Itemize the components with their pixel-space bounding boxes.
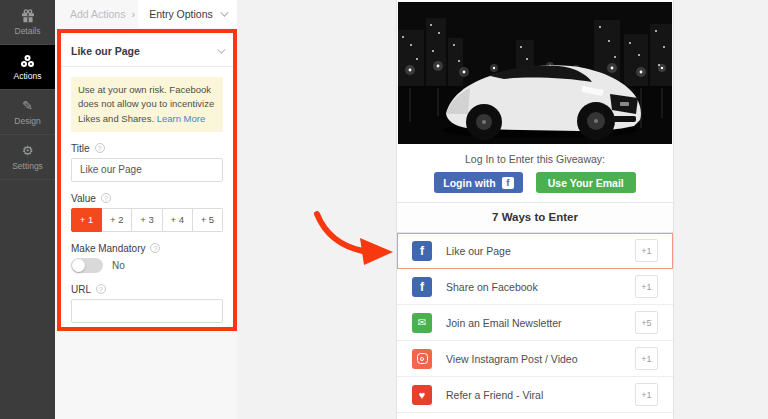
entry-row-instagram[interactable]: View Instagram Post / Video +1 [397,341,673,377]
sidebar-item-actions[interactable]: Actions [0,45,55,90]
mandatory-toggle[interactable] [71,258,103,273]
entry-label: Join an Email Newsletter [446,317,635,329]
sidebar-item-label: Details [15,26,41,36]
title-field-label: Title ? [71,143,223,154]
value-button-4[interactable]: + 4 [163,208,193,232]
breadcrumb-chevron-icon: › [131,8,135,20]
learn-more-link[interactable]: Learn More [157,113,206,124]
sidebar: Details Actions ✎ Design ⚙ Settings [0,0,55,419]
envelope-icon: ✉ [412,313,432,333]
title-label-text: Title [71,143,90,154]
sidebar-item-design[interactable]: ✎ Design [0,90,55,135]
login-with-label: Login with [443,177,496,189]
value-field-label: Value ? [71,193,223,204]
entry-options-label: Entry Options [149,8,213,20]
help-icon[interactable]: ? [150,243,160,253]
toggle-knob [72,259,85,272]
sidebar-item-label: Actions [14,71,42,81]
entry-row-refer-friend[interactable]: ♥ Refer a Friend - Viral +1 [397,377,673,413]
use-your-email-button[interactable]: Use Your Email [536,172,636,193]
facebook-warning-notice: Use at your own risk. Facebook does not … [71,77,223,132]
entry-value-badge: +5 [635,311,658,334]
entry-options-dropdown[interactable]: Entry Options [138,0,237,28]
login-with-facebook-button[interactable]: Login with f [434,172,523,193]
entry-value-badge: +1 [635,383,658,406]
chevron-down-icon [217,45,225,53]
mandatory-label-text: Make Mandatory [71,243,145,254]
entry-label: Share on Facebook [446,281,635,293]
actions-cluster-icon [20,54,35,68]
facebook-icon: f [412,277,432,297]
entry-value-badge: +1 [635,275,658,298]
help-icon[interactable]: ? [101,193,111,203]
divider [61,66,233,67]
entry-label: Like our Page [446,245,635,257]
value-button-group: + 1 + 2 + 3 + 4 + 5 [71,208,223,232]
entry-label: View Instagram Post / Video [446,353,635,365]
mandatory-field-label: Make Mandatory ? [71,243,223,254]
gear-icon: ⚙ [22,144,34,158]
url-label-text: URL [71,284,91,295]
accordion-title: Like our Page [71,45,140,57]
breadcrumb-label: Add Actions [70,8,125,20]
entry-value-badge: +1 [635,239,658,262]
entry-row-share-facebook[interactable]: f Share on Facebook +1 [397,269,673,305]
facebook-icon: f [502,177,514,189]
sidebar-item-label: Design [14,116,40,126]
entry-label: Refer a Friend - Viral [446,389,635,401]
url-field-label: URL ? [71,284,223,295]
giveaway-hero-image [398,2,672,144]
design-tools-icon: ✎ [22,99,33,113]
accordion-header[interactable]: Like our Page [61,33,233,66]
instagram-icon [412,349,432,369]
giveaway-preview-card: Log In to Enter this Giveaway: Login wit… [397,0,673,419]
toggle-state-label: No [112,260,125,271]
entry-row-email-newsletter[interactable]: ✉ Join an Email Newsletter +5 [397,305,673,341]
breadcrumb[interactable]: Add Actions › [70,0,135,28]
login-button-row: Login with f Use Your Email [397,172,673,193]
chevron-down-icon [220,8,228,16]
value-label-text: Value [71,193,96,204]
value-button-5[interactable]: + 5 [193,208,223,232]
annotation-arrow-icon [299,202,404,266]
sidebar-item-label: Settings [12,161,43,171]
mandatory-toggle-row: No [71,258,223,273]
value-button-3[interactable]: + 3 [132,208,162,232]
action-editor-panel: Like our Page Use at your own risk. Face… [57,29,237,331]
gift-icon [21,9,35,23]
help-icon[interactable]: ? [96,284,106,294]
help-icon[interactable]: ? [95,143,105,153]
value-button-2[interactable]: + 2 [102,208,132,232]
use-email-label: Use Your Email [548,177,624,189]
login-prompt: Log In to Enter this Giveaway: [397,153,673,165]
entry-value-badge: +1 [635,347,658,370]
value-button-1[interactable]: + 1 [71,208,102,232]
title-input[interactable] [71,158,223,182]
entry-row-like-our-page[interactable]: f Like our Page +1 [397,233,673,269]
url-input[interactable] [71,299,223,323]
ways-to-enter-header: 7 Ways to Enter [397,202,673,233]
sidebar-item-settings[interactable]: ⚙ Settings [0,135,55,180]
facebook-icon: f [412,241,432,261]
sidebar-item-details[interactable]: Details [0,0,55,45]
heart-icon: ♥ [412,385,432,405]
